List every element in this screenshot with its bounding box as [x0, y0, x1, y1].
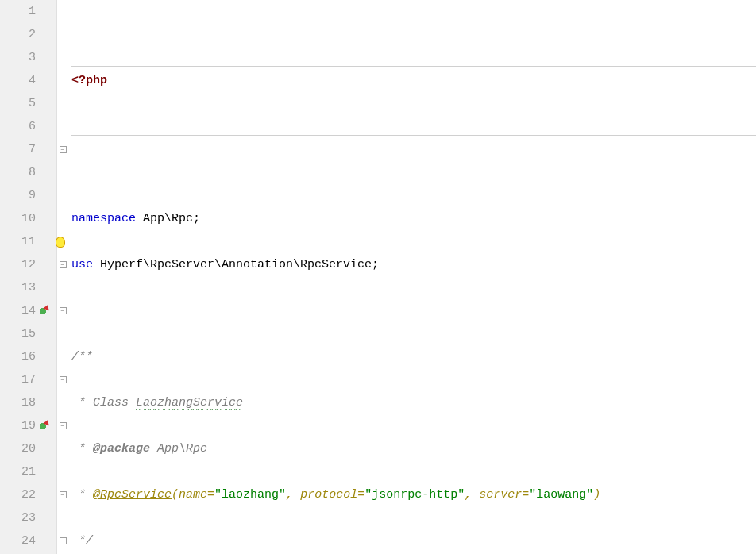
fold-toggle-icon[interactable]: − [60, 491, 67, 498]
fold-toggle-icon[interactable]: − [60, 422, 67, 429]
code-editor-area[interactable]: <?php namespace App\Rpc; use Hyperf\RpcS… [68, 0, 756, 554]
line-number: 1 [29, 0, 50, 23]
namespace: App\Rpc [143, 212, 193, 225]
annotation-rpcservice: @RpcService [93, 488, 172, 502]
line-number: 6 [29, 115, 50, 138]
fold-toggle-icon[interactable]: − [60, 146, 67, 153]
line-number: 2 [29, 23, 50, 46]
line-number: 22 [21, 483, 50, 506]
override-marker-icon[interactable] [37, 421, 48, 432]
fold-toggle-icon[interactable]: − [60, 307, 67, 314]
line-number: 16 [21, 345, 50, 368]
doc-class-name: LaozhangService [136, 396, 243, 410]
keyword: namespace [71, 212, 143, 225]
line-number: 10 [21, 207, 50, 230]
docblock-open: /** [71, 350, 93, 364]
line-number: 11 [21, 230, 50, 253]
line-number: 12 [21, 253, 50, 276]
line-number: 13 [21, 276, 50, 299]
line-number-gutter: 1 2 3 4 5 6 7 8 9 10 11 12 13 14 15 16 1… [0, 0, 57, 554]
line-number: 18 [21, 391, 50, 414]
use-path: Hyperf\RpcServer\Annotation\RpcService [100, 258, 372, 271]
line-number: 15 [21, 322, 50, 345]
line-number: 23 [21, 506, 50, 529]
keyword: use [71, 258, 100, 271]
line-number: 3 [29, 46, 50, 69]
line-number: 5 [29, 92, 50, 115]
line-number: 21 [21, 460, 50, 483]
php-tag: <?php [71, 74, 107, 87]
override-marker-icon[interactable] [37, 306, 48, 317]
line-number: 8 [29, 161, 50, 184]
fold-toggle-icon[interactable]: − [60, 261, 67, 268]
line-number: 17 [21, 368, 50, 391]
intention-bulb-icon[interactable] [56, 237, 65, 248]
fold-toggle-icon[interactable]: − [60, 376, 67, 383]
doc-tag-package: @package [93, 442, 150, 456]
line-number: 20 [21, 437, 50, 460]
fold-toggle-icon[interactable]: − [60, 537, 67, 544]
line-number: 4 [29, 69, 50, 92]
docblock-close: */ [71, 534, 93, 548]
line-number: 24 [21, 529, 50, 552]
fold-column: − − − − − − − [57, 0, 68, 554]
line-number: 7 [29, 138, 50, 161]
line-number: 9 [29, 184, 50, 207]
